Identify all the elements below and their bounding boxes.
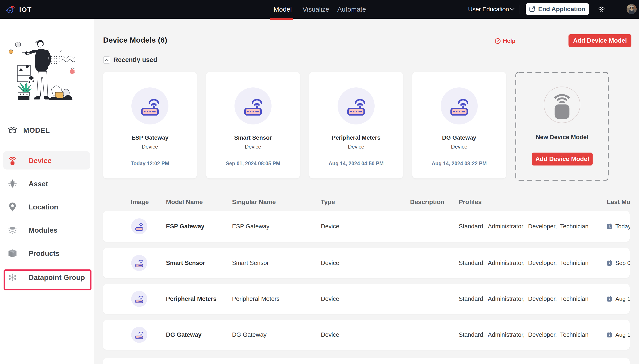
svg-text:?: ? [497,39,499,43]
